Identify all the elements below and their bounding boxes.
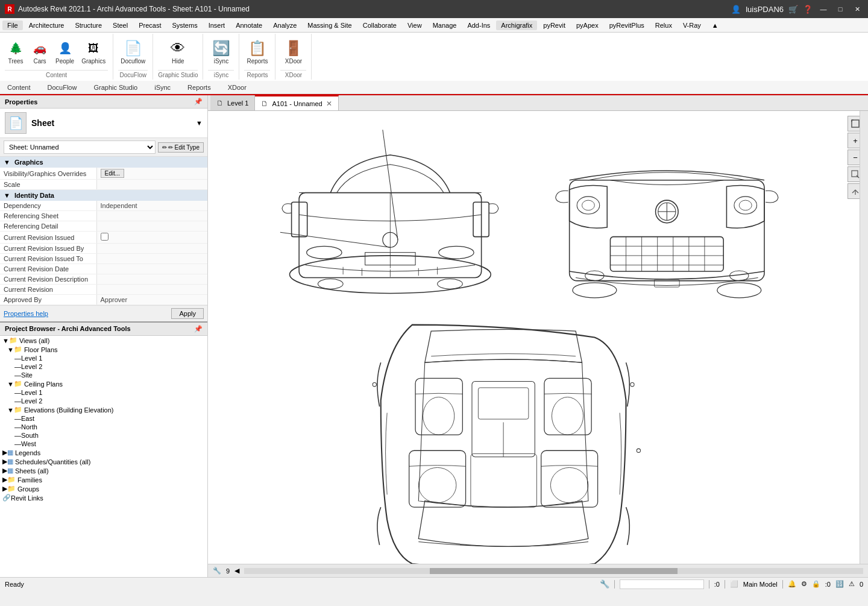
menu-item-analyze[interactable]: Analyze [268, 21, 301, 30]
menu-item-precast[interactable]: Precast [134, 21, 166, 30]
prop-row-curr-rev-issued-to: Current Revision Issued To [0, 254, 207, 264]
menu-item-annotate[interactable]: Annotate [231, 21, 267, 30]
ribbon-content: 🌲 Trees 🚗 Cars 👤 People 🖼 Graphics Conte… [0, 33, 868, 81]
tree-groups[interactable]: ▶ 📁 Groups [0, 484, 207, 493]
menu-item-relux[interactable]: Relux [650, 21, 677, 30]
subtab-reports[interactable]: Reports [185, 83, 213, 92]
tree-sheets[interactable]: ▶ ▦ Sheets (all) [0, 466, 207, 475]
tree-ceiling-plans[interactable]: ▼ 📁 Ceiling Plans [0, 379, 207, 388]
menu-item-structure[interactable]: Structure [70, 21, 107, 30]
edit-type-button[interactable]: ✏ ✏ Edit Type [158, 142, 204, 153]
sheets-collapse-icon: ▶ [0, 467, 7, 475]
apply-button[interactable]: Apply [171, 308, 204, 319]
menu-item-insert[interactable]: Insert [204, 21, 230, 30]
section-graphics[interactable]: ▼ Graphics [0, 157, 207, 168]
properties-collapse-icon[interactable]: ▼ [196, 119, 203, 127]
ribbon-btn-cars[interactable]: 🚗 Cars [29, 39, 51, 66]
vertical-scrollbar[interactable] [860, 111, 868, 564]
schedules-folder-icon: ▦ [7, 458, 13, 466]
close-button[interactable]: ✕ [851, 3, 863, 15]
tab-a101[interactable]: 🗋 A101 - Unnamed ✕ [255, 95, 338, 110]
menu-item-steel[interactable]: Steel [108, 21, 133, 30]
tree-schedules[interactable]: ▶ ▦ Schedules/Quantities (all) [0, 457, 207, 466]
properties-help-link[interactable]: Properties help [4, 310, 48, 317]
status-sep1 [614, 580, 615, 589]
svg-point-36 [734, 197, 757, 214]
type-dropdown[interactable]: Sheet: Unnamed [4, 140, 156, 154]
svg-point-34 [577, 197, 600, 214]
ribbon-btn-reports[interactable]: 📋 Reports [244, 39, 270, 66]
title-bar-controls[interactable]: 👤 luisPDAN6 🛒 ❓ — □ ✕ [731, 3, 863, 15]
tree-elevations[interactable]: ▼ 📁 Elevations (Building Elevation) [0, 405, 207, 414]
ribbon-btn-isync[interactable]: 🔄 iSync [210, 39, 232, 66]
minimize-button[interactable]: — [817, 3, 829, 15]
menu-item-collaborate[interactable]: Collaborate [358, 21, 401, 30]
subtab-content[interactable]: Content [5, 83, 33, 92]
tab-a101-close-icon[interactable]: ✕ [326, 99, 332, 108]
tree-ceiling-level1[interactable]: — Level 1 [0, 388, 207, 397]
section-identity-data[interactable]: ▼ Identity Data [0, 190, 207, 201]
svg-point-56 [631, 383, 634, 387]
bottom-tool-icon[interactable]: 🔧 [213, 567, 221, 575]
menu-item-view[interactable]: View [403, 21, 427, 30]
ribbon-btn-docuflow[interactable]: 📄 Docuflow [118, 39, 148, 66]
tree-views-all[interactable]: ▼ 📁 Views (all) [0, 336, 207, 345]
vgo-edit-button[interactable]: Edit... [101, 169, 125, 178]
menu-item-vray[interactable]: V-Ray [678, 21, 706, 30]
menu-item-archigrafix[interactable]: Archigrafix [496, 21, 537, 30]
menu-bar: File Architecture Structure Steel Precas… [0, 18, 868, 33]
bottom-back-icon[interactable]: ◀ [234, 567, 239, 575]
curr-rev-issued-checkbox[interactable] [101, 233, 108, 241]
menu-item-addins[interactable]: Add-Ins [462, 21, 495, 30]
horizontal-scrollbar[interactable] [244, 568, 863, 574]
ribbon-btn-people[interactable]: 👤 People [53, 39, 77, 66]
tree-elev-east[interactable]: — East [0, 414, 207, 423]
families-label: Families [17, 476, 42, 484]
groups-label: Groups [17, 485, 39, 493]
graphics-collapse-icon[interactable]: ▼ [4, 159, 10, 166]
tab-level1[interactable]: 🗋 Level 1 [210, 95, 255, 110]
view-name-input[interactable] [620, 579, 704, 589]
subtab-xdoor[interactable]: XDoor [225, 83, 249, 92]
prop-label-vgo: Visibility/Graphics Overrides [0, 168, 96, 180]
tree-families[interactable]: ▶ 📁 Families [0, 475, 207, 484]
menu-item-manage[interactable]: Manage [428, 21, 462, 30]
tree-elev-north[interactable]: — North [0, 423, 207, 431]
tree-floor-level2[interactable]: — Level 2 [0, 362, 207, 371]
menu-item-pyrevitplus[interactable]: pyRevitPlus [605, 21, 649, 30]
menu-item-massing[interactable]: Massing & Site [303, 21, 356, 30]
tree-elev-south[interactable]: — South [0, 431, 207, 440]
menu-item-systems[interactable]: Systems [167, 21, 202, 30]
tree-ceiling-level2[interactable]: — Level 2 [0, 397, 207, 405]
menu-item-expand[interactable]: ▲ [707, 21, 723, 30]
properties-pin-icon[interactable]: 📌 [194, 98, 203, 106]
ribbon-btn-hide[interactable]: 👁 Hide [167, 39, 189, 66]
tree-floor-site[interactable]: — Site [0, 371, 207, 379]
ribbon-group-reports-label: Reports [244, 70, 270, 78]
maximize-button[interactable]: □ [834, 3, 846, 15]
identity-collapse-icon[interactable]: ▼ [4, 192, 10, 199]
cars-label: Cars [33, 58, 46, 65]
project-browser-pin-icon[interactable]: 📌 [194, 325, 203, 333]
subtab-isync[interactable]: iSync [152, 83, 173, 92]
status-wrench-icon[interactable]: 🔧 [600, 579, 609, 589]
ribbon-btn-xdoor[interactable]: 🚪 XDoor [283, 39, 304, 66]
views-all-collapse-icon: ▼ [0, 337, 9, 344]
menu-item-pyrevit[interactable]: pyRevit [538, 21, 570, 30]
zoom-rect-icon [851, 170, 860, 178]
menu-item-architecture[interactable]: Architecture [24, 21, 69, 30]
tree-legends[interactable]: ▶ ▦ Legends [0, 448, 207, 457]
tree-floor-plans[interactable]: ▼ 📁 Floor Plans [0, 345, 207, 354]
element-type-icon: 📄 [5, 112, 27, 134]
menu-item-file[interactable]: File [2, 21, 23, 30]
ribbon-btn-trees[interactable]: 🌲 Trees [5, 39, 27, 66]
menu-item-pyapex[interactable]: pyApex [571, 21, 603, 30]
tree-revit-links[interactable]: 🔗 Revit Links [0, 493, 207, 502]
subtab-graphic-studio[interactable]: Graphic Studio [91, 83, 140, 92]
subtab-docuflow[interactable]: DocuFlow [45, 83, 80, 92]
tree-floor-level1[interactable]: — Level 1 [0, 354, 207, 362]
drawing-area[interactable]: + − [208, 111, 868, 564]
tree-elev-west[interactable]: — West [0, 440, 207, 448]
properties-footer: Properties help Apply [0, 305, 207, 321]
ribbon-btn-graphics[interactable]: 🖼 Graphics [79, 39, 108, 66]
